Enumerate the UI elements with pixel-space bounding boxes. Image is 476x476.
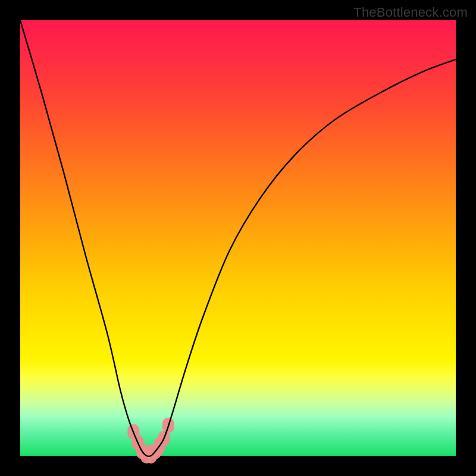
sweet-spot-band (127, 418, 174, 464)
watermark-text: TheBottleneck.com (353, 5, 468, 20)
chart-frame: TheBottleneck.com (0, 0, 476, 476)
plot-area (20, 20, 456, 456)
bottleneck-chart (20, 20, 456, 456)
bottleneck-curve (20, 20, 456, 456)
